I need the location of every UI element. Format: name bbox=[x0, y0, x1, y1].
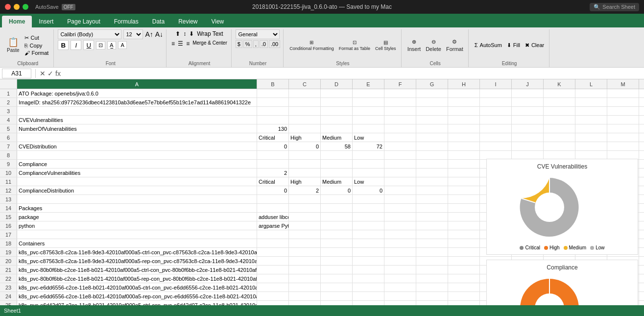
cell-3-c[interactable] bbox=[289, 107, 321, 115]
cell-1-b[interactable] bbox=[257, 89, 289, 97]
maximize-button[interactable] bbox=[23, 4, 28, 10]
cell-14-k[interactable] bbox=[544, 204, 575, 212]
cell-20-a[interactable]: k8s_pvc-c87563c8-c2ca-11e8-9de3-42010af0… bbox=[17, 257, 257, 265]
cell-22-f[interactable] bbox=[384, 274, 416, 283]
cell-13-i[interactable] bbox=[480, 195, 512, 203]
cell-3-l[interactable] bbox=[575, 107, 607, 115]
cell-5-l[interactable] bbox=[575, 124, 607, 133]
cell-12-m[interactable] bbox=[607, 186, 639, 194]
cell-21-h[interactable] bbox=[448, 266, 480, 274]
cell-5-e[interactable] bbox=[353, 124, 384, 133]
cell-21-j[interactable] bbox=[512, 266, 544, 274]
cell-19-d[interactable] bbox=[321, 248, 353, 256]
cell-24-f[interactable] bbox=[384, 292, 416, 300]
cell-4-k[interactable] bbox=[544, 116, 575, 124]
cell-8-l[interactable] bbox=[575, 151, 607, 159]
cell-24-n[interactable] bbox=[639, 292, 644, 300]
cell-20-c[interactable] bbox=[289, 257, 321, 265]
cell-5-c[interactable] bbox=[289, 124, 321, 133]
cell-16-n[interactable] bbox=[639, 221, 644, 230]
cell-4-e[interactable] bbox=[353, 116, 384, 124]
cell-3-h[interactable] bbox=[448, 107, 480, 115]
cell-4-b[interactable] bbox=[257, 116, 289, 124]
cell-11-b[interactable]: Critical bbox=[257, 177, 289, 186]
cell-21-m[interactable] bbox=[607, 266, 639, 274]
cell-3-b[interactable] bbox=[257, 107, 289, 115]
autosave-toggle[interactable]: OFF bbox=[62, 4, 75, 10]
col-header-m[interactable]: M bbox=[607, 79, 639, 89]
cell-1-g[interactable] bbox=[416, 89, 448, 97]
cell-10-k[interactable] bbox=[544, 169, 575, 177]
cell-8-i[interactable] bbox=[480, 151, 512, 159]
cell-1-a[interactable]: ATO Package: openebs/jiva:0.6.0 bbox=[17, 89, 257, 97]
cell-9-h[interactable] bbox=[448, 160, 480, 168]
cell-7-d[interactable]: 58 bbox=[321, 142, 353, 150]
cell-9-d[interactable] bbox=[321, 160, 353, 168]
cell-22-h[interactable] bbox=[448, 274, 480, 283]
cell-19-i[interactable] bbox=[480, 248, 512, 256]
col-header-j[interactable]: J bbox=[512, 79, 544, 89]
cell-16-d[interactable] bbox=[321, 221, 353, 230]
cell-8-b[interactable] bbox=[257, 151, 289, 159]
cell-22-j[interactable] bbox=[512, 274, 544, 283]
align-bottom-button[interactable]: ⬇ bbox=[188, 29, 195, 38]
cell-2-e[interactable] bbox=[353, 98, 384, 106]
decrease-font-button[interactable]: A↓ bbox=[155, 30, 163, 38]
col-header-l[interactable]: L bbox=[575, 79, 607, 89]
cell-13-k[interactable] bbox=[544, 195, 575, 203]
cell-3-a[interactable] bbox=[17, 107, 257, 115]
cell-14-g[interactable] bbox=[416, 204, 448, 212]
cell-22-e[interactable] bbox=[353, 274, 384, 283]
tab-insert[interactable]: Insert bbox=[32, 16, 60, 27]
font-color-button[interactable]: A bbox=[118, 41, 126, 49]
cell-25-b[interactable] bbox=[257, 301, 289, 305]
percent-button[interactable]: % bbox=[243, 40, 252, 48]
cell-4-m[interactable] bbox=[607, 116, 639, 124]
cell-4-h[interactable] bbox=[448, 116, 480, 124]
cell-1-m[interactable] bbox=[607, 89, 639, 97]
cell-11-i[interactable] bbox=[480, 177, 512, 186]
cell-12-f[interactable] bbox=[384, 186, 416, 194]
cell-14-l[interactable] bbox=[575, 204, 607, 212]
cell-9-m[interactable] bbox=[607, 160, 639, 168]
cell-15-j[interactable] bbox=[512, 213, 544, 221]
cell-2-a[interactable]: ImageID: sha256:d97726236dbec4123810ab3d… bbox=[17, 98, 257, 106]
cell-22-c[interactable] bbox=[289, 274, 321, 283]
cell-13-h[interactable] bbox=[448, 195, 480, 203]
cell-8-j[interactable] bbox=[512, 151, 544, 159]
cell-3-d[interactable] bbox=[321, 107, 353, 115]
cell-10-n[interactable] bbox=[639, 169, 644, 177]
cell-6-d[interactable]: Medium bbox=[321, 133, 353, 142]
cell-15-m[interactable] bbox=[607, 213, 639, 221]
cell-6-l[interactable] bbox=[575, 133, 607, 142]
cell-4-a[interactable]: CVEVulnerabilities bbox=[17, 116, 257, 124]
cell-11-f[interactable] bbox=[384, 177, 416, 186]
cell-19-j[interactable] bbox=[512, 248, 544, 256]
col-header-a[interactable]: A bbox=[17, 79, 257, 89]
cell-4-c[interactable] bbox=[289, 116, 321, 124]
cell-20-f[interactable] bbox=[384, 257, 416, 265]
cell-7-g[interactable] bbox=[416, 142, 448, 150]
cell-8-g[interactable] bbox=[416, 151, 448, 159]
cell-20-h[interactable] bbox=[448, 257, 480, 265]
cell-21-g[interactable] bbox=[416, 266, 448, 274]
cell-23-i[interactable] bbox=[480, 283, 512, 292]
decrease-decimal-button[interactable]: .0 bbox=[260, 40, 268, 48]
cell-15-d[interactable] bbox=[321, 213, 353, 221]
cell-13-j[interactable] bbox=[512, 195, 544, 203]
format-cells-button[interactable]: ⚙ Format bbox=[444, 38, 465, 53]
copy-button[interactable]: ⎘ Copy bbox=[23, 42, 51, 49]
cell-1-k[interactable] bbox=[544, 89, 575, 97]
cell-4-i[interactable] bbox=[480, 116, 512, 124]
cell-3-g[interactable] bbox=[416, 107, 448, 115]
cell-7-k[interactable] bbox=[544, 142, 575, 150]
cell-19-h[interactable] bbox=[448, 248, 480, 256]
cell-18-i[interactable] bbox=[480, 239, 512, 247]
cell-9-j[interactable] bbox=[512, 160, 544, 168]
cell-2-c[interactable] bbox=[289, 98, 321, 106]
cell-18-b[interactable] bbox=[257, 239, 289, 247]
cell-19-l[interactable] bbox=[575, 248, 607, 256]
cell-5-d[interactable] bbox=[321, 124, 353, 133]
cell-13-f[interactable] bbox=[384, 195, 416, 203]
cell-14-i[interactable] bbox=[480, 204, 512, 212]
